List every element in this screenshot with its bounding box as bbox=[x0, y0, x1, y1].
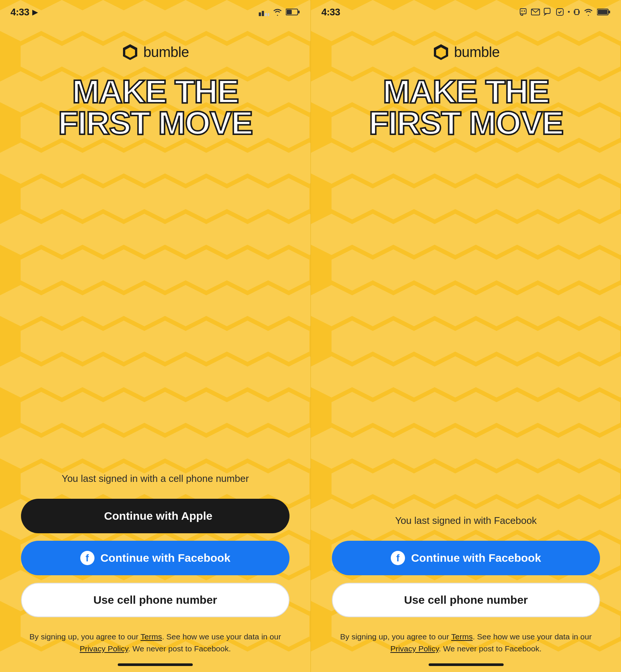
continue-apple-button[interactable]: Continue with Apple bbox=[21, 499, 290, 533]
headline-left: MAKE THEFIRST MOVE bbox=[58, 76, 252, 138]
continue-facebook-button-right[interactable]: f Continue with Facebook bbox=[332, 541, 600, 575]
twitch-icon bbox=[519, 8, 527, 16]
svg-rect-6 bbox=[286, 10, 292, 14]
right-screen: 4:33 • bbox=[310, 0, 621, 672]
logo-text-left: bumble bbox=[143, 44, 189, 60]
svg-rect-24 bbox=[609, 10, 610, 14]
home-indicator-right bbox=[429, 663, 504, 666]
use-phone-button-left[interactable]: Use cell phone number bbox=[21, 583, 290, 617]
badge-icon bbox=[556, 8, 564, 16]
last-signed-left: You last signed in with a cell phone num… bbox=[62, 472, 249, 485]
last-signed-right: You last signed in with Facebook bbox=[395, 514, 537, 527]
svg-rect-13 bbox=[524, 10, 525, 12]
vibrate-icon bbox=[574, 8, 580, 16]
svg-rect-19 bbox=[579, 10, 580, 12]
svg-rect-20 bbox=[574, 12, 574, 14]
use-phone-button-right[interactable]: Use cell phone number bbox=[332, 583, 600, 617]
svg-rect-1 bbox=[259, 12, 261, 16]
svg-rect-23 bbox=[598, 10, 608, 14]
status-bar-left: 4:33 ▶ bbox=[0, 0, 310, 21]
continue-facebook-button-left[interactable]: f Continue with Facebook bbox=[21, 541, 290, 575]
battery-icon-right bbox=[597, 8, 610, 16]
svg-rect-4 bbox=[268, 13, 269, 16]
wifi-icon-right bbox=[584, 8, 593, 16]
location-icon: ▶ bbox=[32, 8, 38, 16]
terms-link-right[interactable]: Terms bbox=[451, 632, 472, 641]
wifi-icon bbox=[272, 8, 283, 16]
terms-text-right: By signing up, you agree to our Terms. S… bbox=[332, 631, 600, 654]
use-phone-label-left: Use cell phone number bbox=[93, 594, 217, 606]
continue-facebook-label-right: Continue with Facebook bbox=[411, 552, 541, 564]
dot-icon: • bbox=[568, 8, 570, 16]
right-content: bumble MAKE THEFIRST MOVE You last signe… bbox=[311, 21, 621, 663]
facebook-icon-right: f bbox=[391, 551, 405, 565]
buttons-left: Continue with Apple f Continue with Face… bbox=[21, 499, 290, 617]
bumble-logo-icon-left bbox=[122, 44, 139, 61]
svg-rect-15 bbox=[544, 8, 550, 14]
terms-link-left[interactable]: Terms bbox=[141, 632, 162, 641]
logo-text-right: bumble bbox=[454, 44, 500, 60]
signal-icon bbox=[259, 8, 269, 16]
svg-rect-11 bbox=[520, 9, 526, 14]
privacy-link-left[interactable]: Privacy Policy bbox=[80, 644, 128, 653]
terms-text-left: By signing up, you agree to our Terms. S… bbox=[21, 631, 290, 654]
left-screen: 4:33 ▶ bbox=[0, 0, 310, 672]
headline-right: MAKE THEFIRST MOVE bbox=[369, 76, 563, 138]
chat-icon bbox=[544, 8, 552, 16]
battery-icon bbox=[286, 8, 300, 16]
left-content: bumble MAKE THEFIRST MOVE You last signe… bbox=[0, 21, 310, 663]
continue-facebook-label-left: Continue with Facebook bbox=[100, 552, 231, 564]
svg-rect-17 bbox=[575, 9, 579, 15]
privacy-link-right[interactable]: Privacy Policy bbox=[390, 644, 439, 653]
svg-rect-3 bbox=[265, 13, 267, 16]
svg-rect-12 bbox=[522, 10, 522, 12]
headline-text-right: MAKE THEFIRST MOVE bbox=[369, 76, 563, 138]
svg-rect-21 bbox=[579, 12, 580, 14]
home-indicator-left bbox=[118, 663, 193, 666]
svg-rect-7 bbox=[298, 10, 300, 14]
svg-rect-2 bbox=[262, 11, 264, 16]
facebook-icon-left: f bbox=[80, 551, 94, 565]
continue-apple-label: Continue with Apple bbox=[104, 510, 213, 522]
headline-text-left: MAKE THEFIRST MOVE bbox=[58, 76, 252, 138]
bumble-logo-icon-right bbox=[432, 44, 450, 61]
mail-icon bbox=[531, 9, 540, 15]
status-time-left: 4:33 bbox=[10, 6, 29, 18]
buttons-right: f Continue with Facebook Use cell phone … bbox=[332, 541, 600, 617]
status-bar-right: 4:33 • bbox=[311, 0, 621, 21]
svg-rect-18 bbox=[574, 10, 574, 12]
use-phone-label-right: Use cell phone number bbox=[404, 594, 528, 606]
notification-icons-right: • bbox=[519, 8, 610, 16]
status-icons-left bbox=[259, 8, 300, 16]
logo-right: bumble bbox=[432, 44, 500, 61]
logo-left: bumble bbox=[122, 44, 189, 61]
status-time-right: 4:33 bbox=[321, 6, 340, 18]
